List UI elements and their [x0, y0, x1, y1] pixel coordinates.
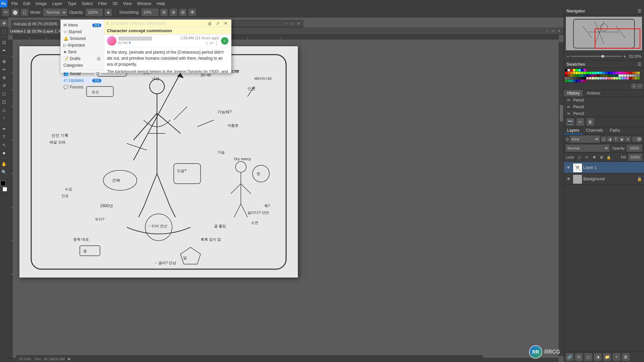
swatch-84[interactable] [565, 80, 567, 82]
swatch-86[interactable] [570, 80, 573, 82]
history-item-1[interactable]: ✏ Pencil [564, 104, 644, 110]
email-updates[interactable]: 🏷 Updates 316 [61, 77, 104, 84]
mode-select[interactable]: Normal Multiply Screen [43, 9, 67, 16]
filter-shape-icon[interactable]: ◆ [619, 136, 625, 142]
email-more-icon[interactable]: ⋮ [215, 41, 219, 46]
swatch-83[interactable] [637, 77, 640, 79]
swatch-65[interactable] [589, 77, 591, 79]
swatch-46[interactable] [613, 74, 615, 77]
email-expand-btn[interactable]: ⤢ [214, 20, 221, 27]
layer-link-btn[interactable]: 🔗 [566, 353, 573, 361]
color-selector[interactable] [0, 181, 8, 191]
menu-view[interactable]: View [120, 0, 135, 7]
navigator-menu-icon[interactable]: ☰ [638, 9, 641, 13]
zoom-out-icon[interactable]: − [567, 54, 569, 59]
swatch-68[interactable] [597, 77, 599, 79]
layer-mask-btn[interactable]: ◻ [585, 353, 592, 361]
email-categories[interactable]: Categories [61, 62, 104, 69]
swatch-48[interactable] [619, 74, 621, 77]
lock-image-icon[interactable]: ✏ [584, 155, 589, 160]
history-camera-btn[interactable]: 📷 [567, 118, 574, 126]
lock-all-icon[interactable]: 🔒 [606, 155, 611, 160]
tab-history[interactable]: History [564, 90, 583, 97]
tab-layers[interactable]: Layers [564, 127, 583, 134]
history-item-2[interactable]: ✏ Pencil [564, 110, 644, 117]
swatch-41[interactable] [600, 74, 602, 77]
swatch-50[interactable] [624, 74, 626, 77]
swatch-44[interactable] [608, 74, 610, 77]
swatch-32[interactable] [576, 74, 578, 77]
email-to-dropdown[interactable]: ▾ [129, 41, 131, 45]
swatch-23[interactable] [627, 72, 629, 74]
shape-tool[interactable]: ■ [0, 149, 8, 157]
mail-close-btn[interactable]: × [296, 21, 301, 26]
swatch-17[interactable] [610, 72, 613, 74]
zoom-tool[interactable]: 🔍 [0, 168, 8, 176]
mail-maximize-btn[interactable]: □ [290, 21, 295, 26]
swatch-green[interactable] [576, 69, 578, 71]
swatch-25[interactable] [632, 72, 634, 74]
delete-swatch-icon[interactable]: − [637, 83, 643, 89]
symmetry-icon[interactable]: ⊞ [179, 9, 186, 16]
swatch-58[interactable] [570, 77, 573, 79]
add-swatch-icon[interactable]: + [631, 83, 637, 89]
layer-filter-toggle[interactable] [632, 136, 642, 142]
swatch-85[interactable] [568, 80, 570, 82]
brush-preset-icon[interactable]: ◻ [21, 9, 28, 16]
layer-item-background[interactable]: 👁 Background 🔒 [564, 173, 644, 185]
swatch-89[interactable] [578, 80, 581, 82]
clone-tool[interactable]: ⊛ [0, 74, 8, 81]
swatch-61[interactable] [578, 77, 581, 79]
swatch-5[interactable] [578, 72, 581, 74]
untitled-maximize-btn[interactable]: □ [551, 29, 555, 34]
layer-adjustment-btn[interactable]: ◑ [594, 353, 601, 361]
swatch-74[interactable] [613, 77, 615, 79]
tab-actions[interactable]: Actions [583, 90, 603, 97]
swatch-1[interactable] [568, 72, 570, 74]
swatch-81[interactable] [632, 77, 634, 79]
email-reply-icon[interactable]: ↩ [210, 41, 214, 46]
layer-new-btn[interactable]: + [613, 353, 620, 361]
menu-help[interactable]: Help [154, 0, 168, 7]
swatch-white[interactable] [568, 69, 570, 71]
swatch-0[interactable] [565, 72, 567, 74]
swatch-45[interactable] [610, 74, 613, 77]
swatch-30[interactable] [570, 74, 573, 77]
swatch-88[interactable] [576, 80, 578, 82]
swatch-62[interactable] [581, 77, 583, 79]
swatch-64[interactable] [586, 77, 589, 79]
swatch-24[interactable] [629, 72, 632, 74]
swatch-27[interactable] [637, 72, 640, 74]
swatch-90[interactable] [581, 80, 583, 82]
swatch-black[interactable] [565, 69, 567, 71]
swatch-34[interactable] [581, 74, 583, 77]
email-print-btn[interactable]: 🖨 [206, 20, 213, 27]
swatch-47[interactable] [616, 74, 618, 77]
layer1-visibility-icon[interactable]: 👁 [566, 165, 571, 170]
path-select-tool[interactable]: ↖ [0, 141, 8, 148]
swatch-49[interactable] [621, 74, 624, 77]
swatch-54[interactable] [635, 74, 637, 77]
brush-extra-icon[interactable]: ✥ [189, 9, 196, 16]
dodge-tool[interactable]: ○ [0, 114, 8, 121]
history-brush-tool[interactable]: ↺ [0, 82, 8, 89]
status-more-btn[interactable]: ▶ [68, 357, 71, 361]
swatch-22[interactable] [624, 72, 626, 74]
swatch-87[interactable] [573, 80, 575, 82]
history-new-btn[interactable]: ↩ [577, 118, 584, 126]
fill-input[interactable] [629, 154, 642, 161]
swatch-3[interactable] [573, 72, 575, 74]
swatch-43[interactable] [605, 74, 607, 77]
healing-tool[interactable]: ⊕ [0, 58, 8, 65]
swatch-71[interactable] [605, 77, 607, 79]
swatch-12[interactable] [597, 72, 599, 74]
email-important[interactable]: ▷ Important [61, 42, 104, 49]
brush-tool[interactable]: ✏ [0, 66, 8, 73]
eyedropper-tool[interactable]: ✒ [0, 47, 8, 54]
swatch-60[interactable] [576, 77, 578, 79]
tab-channels[interactable]: Channels [583, 127, 606, 134]
swatch-66[interactable] [592, 77, 594, 79]
email-drafts[interactable]: 📝 Drafts 2 [61, 55, 104, 62]
zoom-in-icon[interactable]: + [624, 54, 626, 59]
untitled-minimize-btn[interactable]: − [545, 29, 549, 34]
